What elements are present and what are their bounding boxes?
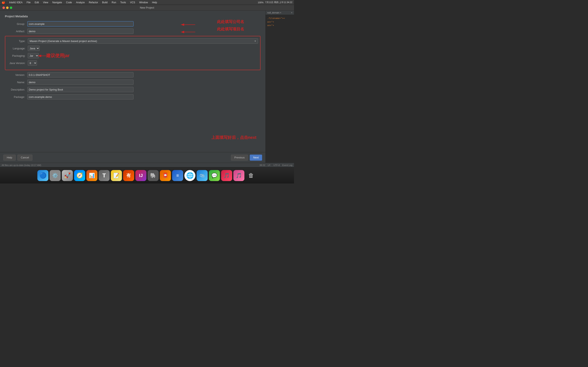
description-label: Description: <box>5 88 27 91</box>
help-button[interactable]: Help <box>3 155 16 161</box>
footer-left: Help Cancel <box>3 155 33 161</box>
dock-postman[interactable]: 📮 <box>160 170 171 181</box>
encoding: UTF-8 <box>273 164 280 166</box>
right-panel-tab[interactable]: null_domain × × <box>266 11 294 15</box>
dock-appstore[interactable]: 🛍 <box>197 170 208 181</box>
group-row: Group: <box>5 21 260 26</box>
statusbar: All files are up-to-date (today 10:17 AM… <box>0 163 294 167</box>
minimize-button[interactable] <box>6 7 9 9</box>
version-row: Version: <box>5 72 260 77</box>
right-panel-tab-label: null_domain × <box>267 11 281 14</box>
dock-intellij[interactable]: IJ <box>135 170 146 181</box>
version-input[interactable] <box>27 72 134 77</box>
java-version-select[interactable]: 8 11 17 <box>28 60 37 66</box>
menubar: 🍎 IntelliJ IDEA File Edit View Navigate … <box>0 0 294 5</box>
description-row: Description: <box>5 87 260 92</box>
dock: 🔵 ⚙️ 🚀 🧭 📊 T 📝 有 IJ 🐘 📮 ≡ 🌐 <box>0 167 294 184</box>
jar-annotation: 建议使用jar <box>46 53 70 59</box>
type-row: Type: Maven Project (Generate a Maven ba… <box>5 38 258 44</box>
dock-wechat[interactable]: 💬 <box>209 170 220 181</box>
type-arrow-icon: ▼ <box>254 40 256 42</box>
menu-edit[interactable]: Edit <box>34 1 40 4</box>
menu-help[interactable]: Help <box>151 1 158 4</box>
package-row: Package: <box>5 94 260 100</box>
dock-itunes[interactable]: 🎵 <box>233 170 244 181</box>
window-title: New Project <box>140 6 154 9</box>
type-select[interactable]: Maven Project (Generate a Maven based pr… <box>28 38 258 44</box>
maximize-button[interactable] <box>10 7 12 9</box>
dock-trash[interactable]: 🗑 <box>246 170 257 181</box>
event-log[interactable]: Event Log <box>282 164 292 166</box>
java-version-row: Java Version: 8 11 17 <box>5 60 258 66</box>
line-separator: LF: <box>268 164 271 166</box>
apple-menu[interactable]: 🍎 <box>2 1 5 4</box>
artifact-row: Artifact: <box>5 29 260 34</box>
name-label: Name: <box>5 81 27 84</box>
packaging-select[interactable]: Jar War <box>28 53 39 58</box>
code-line-3: on>"+ <box>267 24 292 27</box>
package-input[interactable] <box>27 94 134 100</box>
traffic-lights <box>2 7 12 9</box>
version-label: Version: <box>5 73 27 76</box>
group-input[interactable] <box>27 21 134 26</box>
red-section: Type: Maven Project (Generate a Maven ba… <box>5 36 260 70</box>
name-row: Name: <box>5 80 260 85</box>
description-input[interactable] <box>27 87 134 92</box>
packaging-label: Packaging: <box>5 54 28 57</box>
language-select[interactable]: Java <box>28 46 40 51</box>
click-next-annotation: 上面填写好后，点击next <box>211 135 256 140</box>
package-label: Package: <box>5 95 27 99</box>
battery-status: 100% <box>258 1 264 4</box>
dock-launchpad[interactable]: 🚀 <box>62 170 73 181</box>
dock-system-prefs[interactable]: ⚙️ <box>50 170 61 181</box>
status-message: All files are up-to-date (today 10:17 AM… <box>2 164 41 166</box>
menu-vcs[interactable]: VCS <box>129 1 136 4</box>
statusbar-right: 88:32 LF: UTF-8 Event Log <box>260 164 292 166</box>
dock-notes[interactable]: 📝 <box>111 170 122 181</box>
language-label: Language: <box>5 47 28 50</box>
language-row: Language: Java <box>5 46 258 51</box>
dialog-footer: Help Cancel Previous Next <box>0 152 265 163</box>
artifact-input[interactable] <box>27 29 134 34</box>
dock-typora[interactable]: T <box>99 170 110 181</box>
cancel-button[interactable]: Cancel <box>17 155 33 161</box>
menu-navigate[interactable]: Navigate <box>52 1 63 4</box>
menu-tools[interactable]: Tools <box>120 1 127 4</box>
cursor-position: 88:32 <box>260 164 265 166</box>
dialog-area: Project Metadata Group: Artifact: 此处填写公司… <box>0 11 265 163</box>
dock-tableplus[interactable]: 🐘 <box>148 170 159 181</box>
dock-chrome[interactable]: 🌐 <box>184 170 195 181</box>
dock-finder[interactable]: 🔵 <box>37 170 48 181</box>
dock-safari[interactable]: 🧭 <box>74 170 85 181</box>
close-button[interactable] <box>2 7 5 9</box>
code-line-2: on>"+ <box>267 20 292 24</box>
dock-netease-music[interactable]: 🎵 <box>221 170 232 181</box>
dialog-content: Project Metadata Group: Artifact: 此处填写公司… <box>0 11 265 152</box>
group-label: Group: <box>5 22 27 25</box>
next-button[interactable]: Next <box>250 155 262 161</box>
dock-mailmaster[interactable]: ≡ <box>172 170 183 181</box>
menu-analyze[interactable]: Analyze <box>75 1 86 4</box>
right-panel-code: .filename+">< on>"+ on>"+ <box>266 15 294 29</box>
menubar-right: 100% 7月11日 周四 上午11:34:22 <box>258 1 292 4</box>
menu-code[interactable]: Code <box>65 1 73 4</box>
menu-view[interactable]: View <box>42 1 49 4</box>
menu-refactor[interactable]: Refactor <box>88 1 99 4</box>
clock: 7月11日 周四 上午11:34:22 <box>265 1 292 4</box>
menu-file[interactable]: File <box>26 1 31 4</box>
name-input[interactable] <box>27 80 134 85</box>
titlebar: New Project <box>0 5 294 11</box>
packaging-row: Packaging: Jar War 建议使用jar <box>5 53 258 58</box>
menu-build[interactable]: Build <box>101 1 108 4</box>
right-panel: null_domain × × .filename+">< on>"+ on>"… <box>265 11 294 163</box>
previous-button[interactable]: Previous <box>231 155 248 161</box>
right-panel-close-icon[interactable]: × <box>291 11 292 14</box>
section-title: Project Metadata <box>5 15 260 18</box>
type-label: Type: <box>5 40 28 43</box>
menu-run[interactable]: Run <box>111 1 117 4</box>
artifact-label: Artifact: <box>5 30 27 33</box>
menu-intellij[interactable]: IntelliJ IDEA <box>8 1 23 4</box>
menu-window[interactable]: Window <box>138 1 149 4</box>
dock-keynote[interactable]: 📊 <box>86 170 97 181</box>
dock-youdao[interactable]: 有 <box>123 170 134 181</box>
